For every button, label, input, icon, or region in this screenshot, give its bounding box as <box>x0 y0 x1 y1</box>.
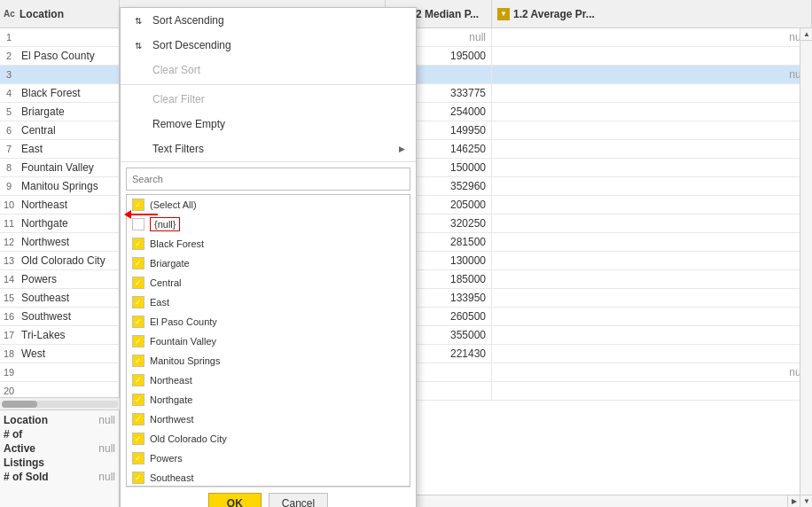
select-all-checkbox[interactable]: ✓ <box>132 199 144 211</box>
filter-list-item[interactable]: ✓Fountain Valley <box>127 332 410 351</box>
arrow-head <box>124 210 131 219</box>
avg-cell <box>492 345 812 363</box>
avg-cell: null <box>492 66 812 83</box>
filter-null-item[interactable]: {null} <box>127 214 410 234</box>
sort-ascending-item[interactable]: ⇅ Sort Ascending <box>121 8 416 33</box>
table-row[interactable]: 4Black Forest <box>0 84 119 103</box>
filter-checkbox[interactable]: ✓ <box>132 374 144 386</box>
filter-list-item[interactable]: ✓Northgate <box>127 390 410 410</box>
filter-checkbox[interactable]: ✓ <box>132 394 144 406</box>
filter-checkbox[interactable]: ✓ <box>132 296 144 308</box>
filter-list-item[interactable]: ✓Manitou Springs <box>127 351 410 370</box>
sort-descending-item[interactable]: ⇅ Sort Descending <box>121 33 416 58</box>
filter-list-item[interactable]: ✓East <box>127 292 410 312</box>
table-row[interactable]: 12Northwest <box>0 233 119 252</box>
filter-checkbox[interactable]: ✓ <box>132 433 144 445</box>
filter-list-item[interactable]: ✓Northwest <box>127 410 410 429</box>
filter-checkbox[interactable]: ✓ <box>132 355 144 367</box>
ok-button[interactable]: OK <box>208 493 262 507</box>
table-row[interactable]: 10Northeast <box>0 196 119 214</box>
filter-checkbox[interactable]: ✓ <box>132 335 144 347</box>
table-row[interactable]: 14Powers <box>0 270 119 289</box>
location-label: Location <box>4 414 48 426</box>
filter-item-label: Powers <box>150 453 183 464</box>
sort-asc-icon: ⇅ <box>131 16 145 26</box>
table-row[interactable]: 18West <box>0 345 119 363</box>
row-index: 8 <box>0 159 18 177</box>
filter-checkbox[interactable]: ✓ <box>132 257 144 269</box>
table-row[interactable]: 19 <box>0 363 119 382</box>
table-row[interactable]: 8Fountain Valley <box>0 159 119 177</box>
filter-list-item[interactable]: ✓Northeast <box>127 370 410 390</box>
filter-search-input[interactable] <box>126 168 410 191</box>
row-index: 14 <box>0 270 18 289</box>
filter-list-item[interactable]: ✓Southeast <box>127 468 410 487</box>
filter-item-label: Southeast <box>150 472 194 483</box>
filter-select-all[interactable]: ✓(Select All) <box>127 195 410 214</box>
table-row[interactable]: 7East <box>0 140 119 159</box>
filter-checkbox[interactable]: ✓ <box>132 452 144 464</box>
clear-filter-label: Clear Filter <box>152 93 205 105</box>
table-row[interactable]: 9Manitou Springs <box>0 177 119 196</box>
avg-cell <box>492 103 812 121</box>
row-index: 1 <box>0 28 18 47</box>
column-header-label: Location <box>20 8 64 20</box>
null-checkbox[interactable] <box>132 218 144 230</box>
avg-col-label: 1.2 Average Pr... <box>513 8 595 20</box>
v-scroll-up-btn[interactable]: ▲ <box>800 28 812 41</box>
filter-checkbox[interactable]: ✓ <box>132 413 144 425</box>
right-vertical-scrollbar[interactable]: ▲ ▼ <box>800 28 812 507</box>
sort-descending-label: Sort Descending <box>152 39 231 51</box>
table-row[interactable]: 15Southeast <box>0 289 119 308</box>
table-row[interactable]: 3 <box>0 66 119 84</box>
h-scroll-right-btn[interactable]: ▶ <box>787 495 800 508</box>
clear-sort-item: Clear Sort <box>121 58 416 82</box>
table-row[interactable]: 16Southwest <box>0 308 119 326</box>
row-index: 4 <box>0 84 18 103</box>
filter-checkbox[interactable]: ✓ <box>132 277 144 289</box>
sort-desc-icon: ⇅ <box>131 41 145 51</box>
remove-empty-item[interactable]: Remove Empty <box>121 112 416 136</box>
avg-cell <box>492 289 812 307</box>
filter-list-item[interactable]: ✓Briargate <box>127 254 410 273</box>
filter-list-item[interactable]: ✓El Paso County <box>127 312 410 332</box>
avg-cell <box>492 177 812 195</box>
text-filters-item[interactable]: Text Filters ▶ <box>121 136 416 161</box>
h-scroll-thumb[interactable] <box>2 401 37 408</box>
avg-column-header: ▼ 1.2 Average Pr... <box>492 0 812 27</box>
table-row[interactable]: 13Old Colorado City <box>0 252 119 270</box>
filter-list: ✓(Select All){null}✓Black Forest✓Briarga… <box>126 194 410 487</box>
row-value: Briargate <box>18 103 119 121</box>
filter-list-item[interactable]: ✓Powers <box>127 448 410 468</box>
location-value: null <box>98 414 115 426</box>
row-value <box>18 363 119 382</box>
filter-checkbox[interactable]: ✓ <box>132 316 144 328</box>
horizontal-scrollbar[interactable] <box>0 397 120 410</box>
table-row[interactable]: 1 <box>0 28 119 47</box>
row-index: 18 <box>0 345 18 363</box>
filter-checkbox[interactable]: ✓ <box>132 472 144 484</box>
sold-label: # of Sold <box>4 471 49 483</box>
row-value: Southeast <box>18 289 119 308</box>
location-column-header[interactable]: Ac Location <box>0 0 119 28</box>
avg-cell: null <box>492 28 812 46</box>
v-scroll-down-btn[interactable]: ▼ <box>800 495 812 507</box>
table-row[interactable]: 5Briargate <box>0 103 119 121</box>
table-row[interactable]: 17Tri-Lakes <box>0 326 119 345</box>
cancel-button[interactable]: Cancel <box>269 493 328 507</box>
avg-cell <box>492 233 812 251</box>
avg-filter-button[interactable]: ▼ <box>497 8 510 20</box>
avg-cell <box>492 121 812 139</box>
filter-list-item[interactable]: ✓Black Forest <box>127 234 410 254</box>
table-row[interactable]: 6Central <box>0 121 119 140</box>
filter-list-item[interactable]: ✓Central <box>127 273 410 292</box>
filter-list-item[interactable]: ✓Old Colorado City <box>127 429 410 448</box>
table-row[interactable]: 11Northgate <box>0 214 119 233</box>
filter-item-label: Briargate <box>150 258 190 269</box>
row-value: East <box>18 140 119 159</box>
filter-item-label: Fountain Valley <box>150 336 216 347</box>
filter-checkbox[interactable]: ✓ <box>132 238 144 250</box>
column-type-icon: Ac <box>4 9 16 19</box>
row-index: 17 <box>0 326 18 345</box>
table-row[interactable]: 2El Paso County <box>0 47 119 66</box>
